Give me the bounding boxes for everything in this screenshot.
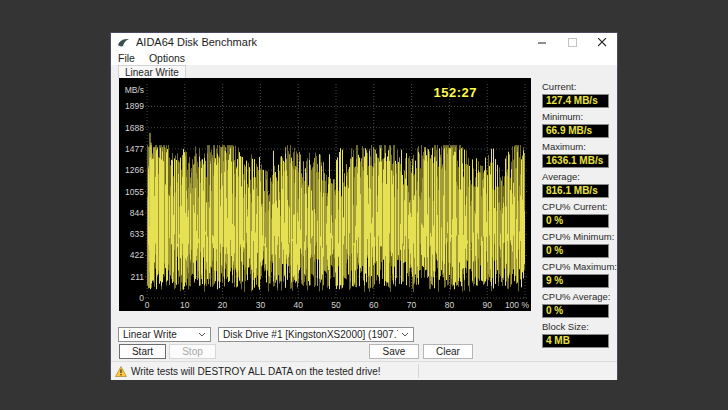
- stat-cpu-average: CPU% Average: 0 %: [542, 292, 612, 320]
- svg-text:60: 60: [369, 300, 379, 310]
- window-title: AIDA64 Disk Benchmark: [136, 36, 257, 48]
- elapsed-time: 152:27: [434, 85, 477, 100]
- stat-cpu-maximum: CPU% Maximum: 9 %: [542, 262, 612, 290]
- stat-maximum: Maximum: 1636.1 MB/s: [542, 142, 612, 170]
- stat-label: Current:: [542, 82, 612, 92]
- stat-current: Current: 127.4 MB/s: [542, 82, 612, 110]
- svg-text:422: 422: [130, 250, 144, 260]
- stat-value: 0 %: [542, 214, 609, 228]
- benchmark-chart: MB/s189916881477126610558446334222110010…: [119, 78, 531, 311]
- svg-text:MB/s: MB/s: [125, 85, 144, 95]
- statusbar-divider: [418, 364, 419, 378]
- svg-text:30: 30: [256, 300, 266, 310]
- svg-text:844: 844: [130, 208, 144, 218]
- drive-select-value: Disk Drive #1 [KingstonXS2000] (1907.7 G…: [223, 329, 398, 340]
- menu-item-file[interactable]: File: [111, 51, 142, 65]
- svg-text:80: 80: [445, 300, 455, 310]
- titlebar: AIDA64 Disk Benchmark: [111, 33, 617, 51]
- close-button[interactable]: [587, 33, 617, 51]
- stat-label: CPU% Average:: [542, 292, 612, 302]
- maximize-button[interactable]: [557, 33, 587, 51]
- stat-label: CPU% Current:: [542, 202, 612, 212]
- clear-button[interactable]: Clear: [423, 344, 473, 359]
- desktop-background: { "window": { "title": "AIDA64 Disk Benc…: [0, 0, 728, 410]
- status-message: Write tests will DESTROY ALL DATA on the…: [131, 366, 381, 377]
- stat-value: 4 MB: [542, 334, 609, 348]
- svg-text:70: 70: [407, 300, 417, 310]
- app-window: AIDA64 Disk Benchmark File Options Linea…: [110, 32, 618, 380]
- svg-text:1899: 1899: [125, 101, 144, 111]
- stat-value: 816.1 MB/s: [542, 184, 609, 198]
- svg-text:633: 633: [130, 229, 144, 239]
- test-type-select[interactable]: Linear Write: [118, 327, 211, 342]
- stat-label: CPU% Minimum:: [542, 232, 612, 242]
- svg-text:10: 10: [180, 300, 190, 310]
- chevron-down-icon: [198, 332, 206, 337]
- stat-value: 66.9 MB/s: [542, 124, 609, 138]
- tabstrip: Linear Write: [111, 65, 617, 78]
- svg-text:50: 50: [331, 300, 341, 310]
- stat-cpu-minimum: CPU% Minimum: 0 %: [542, 232, 612, 260]
- statusbar: Write tests will DESTROY ALL DATA on the…: [111, 361, 617, 380]
- minimize-button[interactable]: [527, 33, 557, 51]
- svg-text:20: 20: [218, 300, 228, 310]
- stats-panel: Current: 127.4 MB/s Minimum: 66.9 MB/s M…: [542, 78, 612, 311]
- menubar: File Options: [111, 51, 617, 65]
- stat-label: Maximum:: [542, 142, 612, 152]
- svg-text:1266: 1266: [125, 165, 144, 175]
- warning-icon: [115, 366, 127, 377]
- stop-button[interactable]: Stop: [169, 344, 216, 359]
- svg-text:100 %: 100 %: [505, 300, 530, 310]
- svg-text:1477: 1477: [125, 144, 144, 154]
- test-type-value: Linear Write: [123, 329, 195, 340]
- stat-label: Minimum:: [542, 112, 612, 122]
- svg-text:211: 211: [130, 272, 144, 282]
- stat-label: Average:: [542, 172, 612, 182]
- svg-text:1688: 1688: [125, 123, 144, 133]
- maximize-icon: [568, 38, 577, 47]
- svg-text:0: 0: [145, 300, 150, 310]
- stat-label: CPU% Maximum:: [542, 262, 612, 272]
- svg-text:1055: 1055: [125, 187, 144, 197]
- stat-cpu-current: CPU% Current: 0 %: [542, 202, 612, 230]
- stat-average: Average: 816.1 MB/s: [542, 172, 612, 200]
- app-icon: [117, 37, 130, 48]
- stat-value: 0 %: [542, 304, 609, 318]
- chart-panel: MB/s189916881477126610558446334222110010…: [119, 78, 531, 311]
- stat-value: 1636.1 MB/s: [542, 154, 609, 168]
- menu-item-options[interactable]: Options: [142, 51, 192, 65]
- stat-value: 9 %: [542, 274, 609, 288]
- stat-block-size: Block Size: 4 MB: [542, 322, 612, 350]
- start-button[interactable]: Start: [119, 344, 166, 359]
- chevron-down-icon: [401, 332, 409, 337]
- svg-text:40: 40: [293, 300, 303, 310]
- svg-text:0: 0: [139, 293, 144, 303]
- stat-minimum: Minimum: 66.9 MB/s: [542, 112, 612, 140]
- stat-label: Block Size:: [542, 322, 612, 332]
- stat-value: 127.4 MB/s: [542, 94, 609, 108]
- window-controls: [527, 33, 617, 51]
- minimize-icon: [538, 38, 547, 47]
- stat-value: 0 %: [542, 244, 609, 258]
- tab-linear-write[interactable]: Linear Write: [118, 65, 186, 78]
- svg-text:90: 90: [482, 300, 492, 310]
- drive-select[interactable]: Disk Drive #1 [KingstonXS2000] (1907.7 G…: [218, 327, 414, 342]
- save-button[interactable]: Save: [369, 344, 419, 359]
- close-icon: [598, 38, 607, 47]
